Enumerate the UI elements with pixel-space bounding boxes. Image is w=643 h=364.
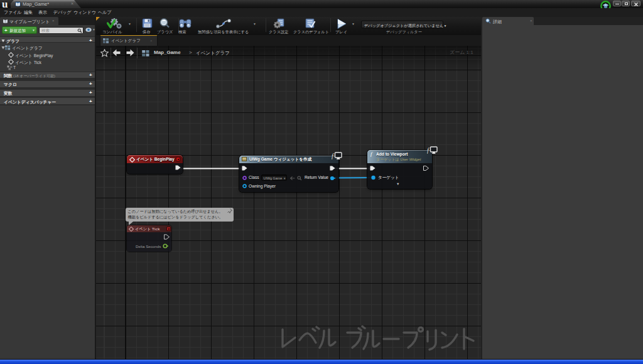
svg-text:f: f	[427, 147, 430, 154]
svg-text:f: f	[332, 153, 334, 159]
